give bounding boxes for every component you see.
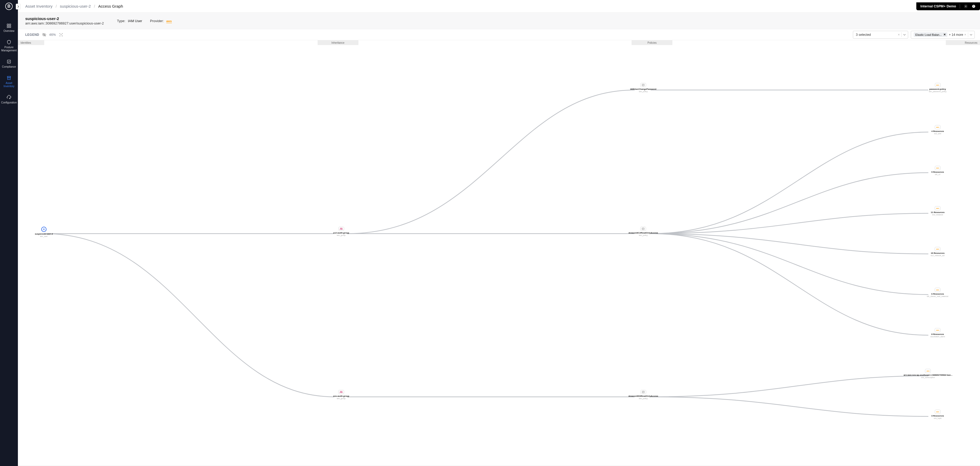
- node-sub: iam_policy: [630, 91, 657, 93]
- svg-point-17: [341, 228, 342, 229]
- nav-overview[interactable]: Overview: [0, 23, 18, 33]
- node-title: 9 Resources: [931, 171, 944, 173]
- filter-select-1[interactable]: 3 selected ×: [853, 31, 908, 39]
- nav-label: Overview: [3, 29, 14, 33]
- breadcrumb-sep: /: [56, 4, 57, 8]
- nav-configuration[interactable]: Configuration: [0, 95, 18, 104]
- sidebar-expand-toggle[interactable]: [16, 4, 21, 10]
- svg-point-15: [43, 228, 44, 229]
- svg-point-8: [10, 98, 10, 99]
- breadcrumb-item[interactable]: Asset Inventory: [25, 4, 52, 8]
- svg-rect-2: [7, 26, 8, 28]
- aws-icon: aws: [935, 328, 940, 332]
- aws-icon: aws: [935, 410, 940, 414]
- provider-value: aws: [166, 19, 172, 23]
- fit-icon: [59, 33, 63, 37]
- legend-label: LEGEND: [25, 33, 39, 37]
- node-resource[interactable]: aws 3 Resources sns_topic: [931, 410, 944, 419]
- col-resources: Resources: [946, 40, 980, 45]
- chevron-right-icon: [17, 5, 19, 8]
- provider-label: Provider:: [150, 19, 164, 23]
- sidebar: B Overview Posture Management Compliance: [0, 0, 18, 466]
- node-resource[interactable]: aws 9 Resources elb_v2: [931, 166, 944, 176]
- chevron-down-icon: [902, 33, 907, 37]
- more-count: + 14 more: [949, 33, 963, 37]
- filter-select-2[interactable]: Elastic Load Balan... ✕ + 14 more ×: [911, 31, 975, 39]
- aws-icon: aws: [935, 288, 940, 292]
- clear-icon[interactable]: ×: [897, 33, 901, 37]
- help-button[interactable]: ?: [972, 4, 976, 8]
- aws-icon: aws: [925, 369, 931, 373]
- svg-point-18: [340, 391, 341, 392]
- svg-rect-23: [642, 228, 644, 230]
- node-resource[interactable]: aws 11 Resources ec2_instance: [931, 206, 945, 215]
- node-sub: elb_classic_load_balancer: [927, 295, 948, 297]
- node-resource[interactable]: aws 6 Resources elb_classic_load_balance…: [927, 288, 948, 297]
- node-sub: iam_group: [333, 234, 349, 236]
- policy-icon: [640, 83, 646, 87]
- eye-off-icon: [42, 33, 46, 37]
- node-title: password-policy: [929, 88, 947, 90]
- policy-icon: [640, 390, 646, 394]
- legend-visibility-toggle[interactable]: [42, 32, 46, 37]
- main: Asset Inventory / suspicious-user-2 / Ac…: [18, 0, 980, 466]
- node-policy-iam-change-pw[interactable]: IAMUserChangePassword iam_policy: [630, 83, 657, 93]
- nav-label: Posture Management: [1, 46, 17, 52]
- svg-point-9: [965, 6, 966, 7]
- node-title: 3 Resources: [931, 415, 944, 417]
- chip-remove[interactable]: ✕: [943, 33, 946, 36]
- svg-text:?: ?: [973, 5, 974, 7]
- svg-rect-20: [642, 84, 644, 86]
- clear-icon[interactable]: ×: [963, 33, 967, 37]
- nav-compliance[interactable]: Compliance: [0, 59, 18, 69]
- node-sub: ec2_network_acl: [931, 255, 945, 257]
- svg-rect-3: [10, 26, 11, 28]
- gear-icon: [964, 5, 967, 8]
- toolbar-right: 3 selected × Elastic Load Balan... ✕ + 1…: [853, 31, 975, 39]
- graph-svg: [18, 45, 980, 466]
- node-resource[interactable]: aws arn:aws:sns:ap-southeast-1:308692709…: [904, 369, 953, 378]
- node-sub: iam_user: [35, 235, 52, 237]
- node-resource[interactable]: aws password-policy iam_password_policy: [929, 83, 947, 93]
- graph-toolbar: LEGEND 46% 3 selected × Elastic Load Bal…: [18, 29, 980, 40]
- node-title: suspicious-user-2: [35, 233, 52, 235]
- user-icon: [41, 227, 46, 232]
- aws-icon: aws: [935, 125, 940, 129]
- svg-rect-26: [642, 391, 644, 393]
- logo[interactable]: B: [0, 0, 18, 13]
- nav-posture[interactable]: Posture Management: [0, 40, 18, 52]
- node-resource[interactable]: aws 19 Resources ec2_network_acl: [931, 247, 945, 257]
- group-icon: [338, 227, 344, 231]
- node-title: 6 Resources: [927, 293, 948, 295]
- divider: [901, 32, 902, 37]
- fit-screen-button[interactable]: [59, 32, 64, 37]
- node-sub: cloudwatch_alarm: [930, 336, 945, 338]
- filter-chip: Elastic Load Balan... ✕: [914, 32, 947, 37]
- graph-column-headers: Identities Inheritance Policies Resource…: [18, 40, 980, 45]
- node-sub: ec2_instance: [931, 214, 945, 215]
- breadcrumb-item[interactable]: suspicious-user-2: [60, 4, 91, 8]
- node-title: arn:aws:sns:ap-southeast-1:308692709302:…: [904, 374, 953, 376]
- type-value: IAM User: [128, 19, 142, 23]
- node-identity[interactable]: suspicious-user-2 iam_user: [35, 227, 52, 237]
- col-inheritance: Inheritance: [318, 40, 358, 45]
- aws-icon: aws: [935, 206, 940, 211]
- nav-asset-inventory[interactable]: Asset Inventory: [0, 75, 18, 88]
- settings-button[interactable]: [964, 4, 968, 8]
- grid-icon: [6, 23, 11, 29]
- node-policy-sns-ro[interactable]: AmazonSNSReadOnlyAccess iam_policy: [628, 390, 658, 399]
- type-label: Type:: [117, 19, 125, 23]
- node-resource[interactable]: aws 4 Resources ec2_ami: [931, 125, 944, 134]
- svg-rect-0: [7, 24, 8, 25]
- resource-arn: arn:aws:iam::308692786927:user/suspiciou…: [25, 21, 104, 25]
- node-resource[interactable]: aws 8 Resources cloudwatch_alarm: [930, 328, 945, 338]
- divider: [968, 32, 968, 37]
- node-group-ec2[interactable]: ec2-audit-group iam_group: [333, 227, 349, 236]
- node-policy-ec2-ro[interactable]: AmazonEC2ReadOnlyAccess iam_policy: [628, 227, 658, 236]
- access-graph-canvas[interactable]: suspicious-user-2 iam_user ec2-audit-gro…: [18, 45, 980, 466]
- group-icon: [338, 390, 344, 394]
- breadcrumb-sep: /: [94, 4, 95, 8]
- node-title: 4 Resources: [931, 130, 944, 132]
- nav-label: Compliance: [2, 65, 16, 69]
- node-group-sns[interactable]: sns-audit-group iam_group: [333, 390, 349, 399]
